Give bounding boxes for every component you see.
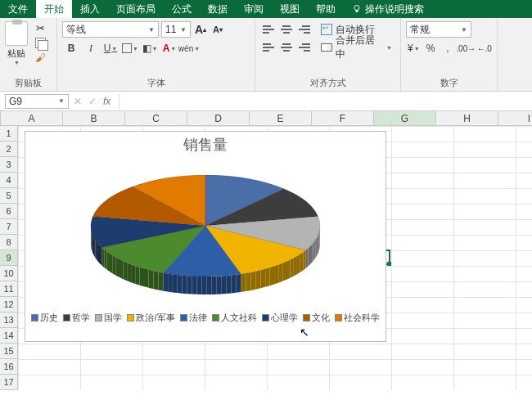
legend-item[interactable]: 社会科学 bbox=[335, 312, 380, 324]
decrease-decimal-icon: ←.0 bbox=[476, 44, 491, 53]
row-header-14[interactable]: 14 bbox=[0, 328, 17, 344]
chart-legend[interactable]: 历史哲学国学政治/军事法律人文社科心理学文化社会科学 bbox=[25, 310, 385, 326]
align-center-button[interactable] bbox=[278, 39, 295, 56]
tab-file[interactable]: 文件 bbox=[0, 0, 36, 18]
font-color-button[interactable]: A▼ bbox=[160, 40, 178, 56]
copy-button[interactable] bbox=[33, 36, 47, 49]
chart-plot-area[interactable] bbox=[25, 155, 385, 310]
row-header-16[interactable]: 16 bbox=[0, 359, 17, 375]
tab-home[interactable]: 开始 bbox=[36, 0, 72, 18]
tab-formulas[interactable]: 公式 bbox=[164, 0, 200, 18]
embedded-chart[interactable]: 销售量 历史哲学国学政治/军事法律人文社科心理学文化社会科学 ↖ bbox=[25, 131, 386, 342]
scissors-icon: ✂ bbox=[36, 22, 45, 34]
chevron-down-icon: ▼ bbox=[145, 26, 155, 34]
increase-font-button[interactable]: A▴ bbox=[193, 21, 208, 38]
formula-input[interactable] bbox=[119, 94, 527, 109]
fx-button[interactable]: fx bbox=[103, 96, 110, 107]
legend-swatch bbox=[262, 314, 269, 321]
row-header-15[interactable]: 15 bbox=[0, 344, 17, 359]
col-header-B[interactable]: B bbox=[63, 111, 125, 125]
tab-insert[interactable]: 插入 bbox=[72, 0, 108, 18]
legend-item[interactable]: 人文社科 bbox=[212, 312, 257, 324]
chevron-down-icon: ▼ bbox=[386, 45, 392, 51]
legend-item[interactable]: 法律 bbox=[180, 312, 207, 324]
row-header-1[interactable]: 1 bbox=[0, 126, 17, 142]
tab-page-layout[interactable]: 页面布局 bbox=[108, 0, 164, 18]
row-header-9[interactable]: 9 bbox=[0, 250, 17, 266]
legend-item[interactable]: 文化 bbox=[303, 312, 330, 324]
border-icon bbox=[122, 43, 132, 53]
legend-item[interactable]: 心理学 bbox=[262, 312, 298, 324]
cut-button[interactable]: ✂ bbox=[33, 21, 47, 34]
col-header-C[interactable]: C bbox=[125, 111, 187, 125]
decrease-decimal-button[interactable]: ←.0 bbox=[476, 40, 492, 56]
accounting-format-button[interactable]: ¥▼ bbox=[406, 40, 422, 56]
legend-label: 文化 bbox=[312, 312, 330, 324]
align-right-button[interactable] bbox=[296, 39, 313, 56]
name-box[interactable]: G9 ▼ bbox=[5, 94, 69, 109]
row-header-17[interactable]: 17 bbox=[0, 375, 17, 390]
chart-title[interactable]: 销售量 bbox=[25, 132, 385, 155]
row-header-13[interactable]: 13 bbox=[0, 312, 17, 328]
legend-item[interactable]: 国学 bbox=[95, 312, 122, 324]
legend-label: 政治/军事 bbox=[136, 312, 174, 324]
underline-button[interactable]: U▼ bbox=[101, 40, 119, 56]
increase-decimal-button[interactable]: .00→ bbox=[457, 40, 475, 56]
merge-icon bbox=[321, 43, 332, 52]
cells-area[interactable]: 销售量 历史哲学国学政治/军事法律人文社科心理学文化社会科学 ↖ bbox=[18, 126, 532, 390]
col-header-A[interactable]: A bbox=[1, 111, 63, 125]
align-left-button[interactable] bbox=[260, 39, 277, 56]
font-name-combo[interactable]: 等线▼ bbox=[62, 21, 159, 38]
paste-button[interactable]: 粘贴 ▼ bbox=[5, 21, 28, 65]
accept-icon[interactable]: ✓ bbox=[88, 96, 97, 107]
row-header-10[interactable]: 10 bbox=[0, 266, 17, 281]
fill-color-button[interactable]: ◧▼ bbox=[141, 40, 159, 56]
row-header-3[interactable]: 3 bbox=[0, 157, 17, 173]
align-bottom-button[interactable] bbox=[296, 21, 313, 38]
col-header-F[interactable]: F bbox=[312, 111, 374, 125]
row-header-6[interactable]: 6 bbox=[0, 204, 17, 219]
phonetic-button[interactable]: wén▼ bbox=[180, 40, 198, 56]
merge-center-label: 合并后居中 bbox=[336, 34, 383, 61]
italic-button[interactable]: I bbox=[82, 40, 100, 56]
chevron-down-icon: ▼ bbox=[458, 26, 467, 34]
clipboard-icon bbox=[5, 21, 28, 46]
legend-swatch bbox=[95, 314, 102, 321]
decrease-font-button[interactable]: A▾ bbox=[210, 21, 225, 38]
comma-button[interactable]: , bbox=[440, 40, 456, 56]
col-header-D[interactable]: D bbox=[187, 111, 250, 125]
percent-icon: % bbox=[426, 43, 435, 54]
align-middle-button[interactable] bbox=[278, 21, 295, 38]
percent-button[interactable]: % bbox=[423, 40, 439, 56]
legend-item[interactable]: 哲学 bbox=[63, 312, 90, 324]
row-header-7[interactable]: 7 bbox=[0, 219, 17, 235]
tell-me-search[interactable]: 操作说明搜索 bbox=[344, 0, 432, 18]
row-headers: 1234567891011121314151617 bbox=[0, 126, 18, 390]
row-header-4[interactable]: 4 bbox=[0, 173, 17, 188]
col-header-H[interactable]: H bbox=[436, 111, 498, 125]
align-top-button[interactable] bbox=[260, 21, 277, 38]
cancel-icon[interactable]: ✕ bbox=[74, 96, 82, 107]
row-header-8[interactable]: 8 bbox=[0, 235, 17, 250]
format-painter-button[interactable]: 🖌 bbox=[33, 51, 47, 64]
row-header-5[interactable]: 5 bbox=[0, 188, 17, 204]
legend-item[interactable]: 历史 bbox=[31, 312, 58, 324]
number-format-combo[interactable]: 常规▼ bbox=[406, 21, 471, 38]
tab-data[interactable]: 数据 bbox=[200, 0, 236, 18]
tab-review[interactable]: 审阅 bbox=[236, 0, 272, 18]
tab-help[interactable]: 帮助 bbox=[308, 0, 344, 18]
legend-item[interactable]: 政治/军事 bbox=[127, 312, 174, 324]
tab-view[interactable]: 视图 bbox=[272, 0, 308, 18]
col-header-G[interactable]: G bbox=[374, 111, 436, 125]
font-size-combo[interactable]: 11▼ bbox=[161, 21, 191, 38]
increase-font-icon: A bbox=[195, 23, 203, 36]
col-header-E[interactable]: E bbox=[250, 111, 312, 125]
borders-button[interactable]: ▼ bbox=[121, 40, 139, 56]
merge-center-button[interactable]: 合并后居中 ▼ bbox=[318, 39, 395, 56]
lightbulb-icon bbox=[352, 4, 362, 14]
row-header-2[interactable]: 2 bbox=[0, 142, 17, 157]
row-header-12[interactable]: 12 bbox=[0, 297, 17, 312]
row-header-11[interactable]: 11 bbox=[0, 281, 17, 297]
col-header-I[interactable]: I bbox=[498, 111, 532, 125]
bold-button[interactable]: B bbox=[62, 40, 80, 56]
